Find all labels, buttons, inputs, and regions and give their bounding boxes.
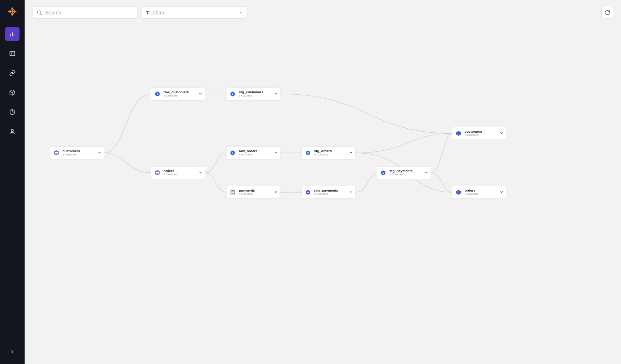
caret-down-icon	[238, 11, 242, 14]
model-icon: Q	[305, 150, 311, 156]
node-orders-final[interactable]: Q orders9 Columns	[452, 186, 506, 198]
chevron-down-icon[interactable]	[97, 150, 102, 156]
model-icon: Q	[305, 189, 311, 196]
node-title: orders	[164, 169, 198, 173]
svg-text:Q: Q	[157, 93, 159, 95]
node-subtitle: 4 Columns	[164, 173, 198, 176]
node-subtitle: 3 Columns	[164, 94, 198, 98]
node-subtitle: 4 Columns	[314, 193, 349, 196]
svg-point-6	[11, 129, 13, 132]
node-title: payments	[239, 189, 274, 192]
node-raw-customers[interactable]: Q raw_customers3 Columns	[151, 88, 205, 100]
svg-text:Q: Q	[383, 172, 384, 174]
node-subtitle: 9 Columns	[465, 193, 499, 196]
chevron-down-icon[interactable]	[499, 130, 504, 137]
chevron-down-icon[interactable]	[499, 189, 504, 196]
node-title: stg_orders	[314, 149, 349, 153]
nav-lineage[interactable]	[5, 27, 20, 41]
svg-text:Q: Q	[307, 152, 309, 154]
node-title: orders	[465, 189, 499, 192]
node-stg-orders[interactable]: Q stg_orders4 Columns	[302, 147, 355, 159]
node-stg-payments[interactable]: Q stg_payments4 Columns	[377, 167, 431, 179]
svg-point-16	[156, 173, 160, 175]
node-subtitle: 4 Columns	[314, 153, 349, 157]
node-title: stg_payments	[389, 169, 424, 173]
nav-tables[interactable]	[5, 46, 20, 61]
node-subtitle: 3 Columns	[239, 94, 274, 98]
nav-package[interactable]	[5, 85, 20, 100]
source-icon	[53, 150, 60, 156]
chevron-down-icon[interactable]	[349, 150, 353, 156]
node-subtitle: 6 Columns	[465, 134, 499, 137]
nav-profile[interactable]	[5, 124, 20, 139]
lineage-edges	[25, 0, 621, 364]
chevron-down-icon[interactable]	[198, 170, 203, 176]
chevron-down-icon[interactable]	[349, 189, 353, 196]
search-icon	[37, 10, 42, 16]
svg-line-8	[41, 14, 42, 15]
chevron-down-icon[interactable]	[274, 150, 278, 156]
model-icon: Q	[154, 91, 161, 97]
chevron-down-icon[interactable]	[198, 91, 203, 97]
node-customers-source[interactable]: customers3 Columns	[50, 147, 104, 159]
model-icon: Q	[229, 91, 236, 97]
svg-point-7	[38, 11, 41, 14]
filter-dropdown[interactable]: Filter	[141, 7, 246, 19]
source-icon	[229, 189, 236, 196]
node-title: raw_orders	[239, 149, 274, 153]
node-subtitle: 4 Columns	[389, 173, 424, 176]
node-raw-payments[interactable]: Q raw_payments4 Columns	[302, 186, 355, 198]
node-payments-source[interactable]: payments4 Columns	[227, 186, 280, 198]
model-icon: Q	[229, 150, 236, 156]
svg-point-21	[231, 190, 235, 192]
svg-text:Q: Q	[232, 93, 234, 95]
search-box[interactable]	[33, 7, 138, 19]
model-icon: Q	[455, 130, 462, 137]
model-icon: Q	[380, 170, 386, 176]
node-subtitle: 3 Columns	[63, 153, 97, 157]
svg-point-10	[55, 153, 59, 155]
main-area: Filter	[25, 0, 621, 364]
sidebar-expand-toggle[interactable]	[9, 349, 15, 356]
node-stg-customers[interactable]: Q stg_customers3 Columns	[227, 88, 280, 100]
chevron-down-icon[interactable]	[274, 91, 278, 97]
app-logo	[7, 7, 17, 17]
node-orders-source[interactable]: orders4 Columns	[151, 167, 205, 179]
svg-text:Q: Q	[458, 132, 460, 134]
svg-text:Q: Q	[458, 191, 460, 193]
svg-point-15	[156, 170, 160, 172]
node-subtitle: 4 Columns	[239, 153, 274, 157]
node-title: customers	[63, 149, 97, 153]
search-input[interactable]	[45, 10, 134, 16]
refresh-icon	[604, 10, 610, 16]
model-icon: Q	[455, 189, 462, 196]
chevron-down-icon[interactable]	[424, 170, 428, 176]
filter-placeholder: Filter	[153, 10, 238, 16]
node-title: stg_customers	[239, 90, 274, 94]
svg-point-22	[231, 193, 235, 194]
node-title: raw_customers	[164, 90, 198, 94]
refresh-button[interactable]	[601, 7, 613, 18]
svg-text:Q: Q	[232, 152, 234, 154]
svg-text:Q: Q	[307, 191, 309, 193]
node-title: customers	[465, 130, 499, 133]
nav-links[interactable]	[5, 66, 20, 80]
svg-point-9	[55, 150, 59, 152]
svg-rect-3	[10, 51, 15, 56]
nav-analytics[interactable]	[5, 105, 20, 119]
node-subtitle: 4 Columns	[239, 193, 274, 196]
lineage-canvas[interactable]: customers3 Columns Q raw_customers3 Colu…	[25, 0, 621, 364]
filter-icon	[145, 10, 150, 15]
source-icon	[154, 170, 161, 176]
node-title: raw_payments	[314, 189, 349, 192]
sidebar	[0, 0, 25, 364]
topbar: Filter	[33, 7, 613, 19]
chevron-down-icon[interactable]	[274, 189, 278, 196]
node-customers-final[interactable]: Q customers6 Columns	[452, 127, 506, 140]
node-raw-orders[interactable]: Q raw_orders4 Columns	[227, 147, 280, 159]
